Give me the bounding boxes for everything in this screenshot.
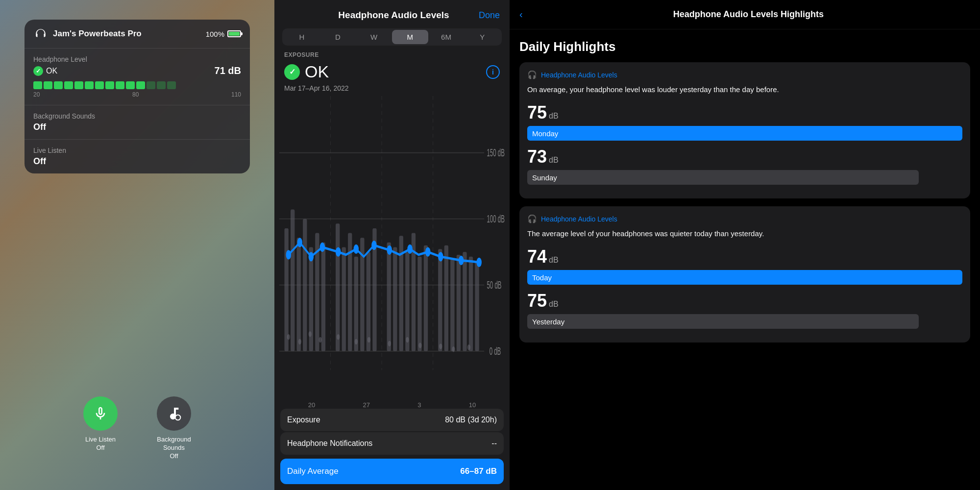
highlight-card-1-description: On average, your headphone level was lou… xyxy=(527,84,962,95)
live-listen-btn-label: Live ListenOff xyxy=(85,436,116,452)
level-bar xyxy=(64,81,73,89)
card2-db2-row: 75 dB xyxy=(527,291,962,311)
svg-rect-34 xyxy=(469,257,473,351)
card1-db2-row: 73 dB xyxy=(527,147,962,167)
svg-point-53 xyxy=(336,247,341,257)
live-listen-value: Off xyxy=(33,156,241,167)
svg-rect-35 xyxy=(475,261,479,351)
svg-point-60 xyxy=(459,256,464,265)
scale-20: 20 xyxy=(33,91,40,98)
exposure-label: EXPOSURE xyxy=(274,51,510,60)
panel-middle: Headphone Audio Levels Done H D W M 6M Y… xyxy=(274,0,510,490)
highlights-section: Daily Highlights 🎧 Headphone Audio Level… xyxy=(510,29,980,343)
stats-section: Exposure 80 dB (3d 20h) Headphone Notifi… xyxy=(274,409,510,490)
svg-point-48 xyxy=(467,344,470,350)
highlight-card-2-title-text: Headphone Audio Levels xyxy=(541,215,617,223)
svg-point-38 xyxy=(309,331,312,337)
tab-Y[interactable]: Y xyxy=(464,30,500,44)
tab-W[interactable]: W xyxy=(356,30,392,44)
background-sounds-btn-label: BackgroundSoundsOff xyxy=(157,436,191,461)
tab-H[interactable]: H xyxy=(284,30,320,44)
level-bar xyxy=(74,81,83,89)
svg-rect-23 xyxy=(393,247,397,351)
daily-avg-row[interactable]: Daily Average 66–87 dB xyxy=(280,459,504,484)
live-listen-button[interactable]: Live ListenOff xyxy=(83,396,118,461)
highlight-card-1-title: 🎧 Headphone Audio Levels xyxy=(527,70,962,79)
highlight-card-1: 🎧 Headphone Audio Levels On average, you… xyxy=(519,62,970,198)
x-label-27: 27 xyxy=(363,401,369,409)
svg-text:150 dB: 150 dB xyxy=(487,147,504,159)
svg-rect-30 xyxy=(444,245,448,351)
svg-rect-32 xyxy=(457,255,461,351)
headphone-notif-label: Headphone Notifications xyxy=(287,439,372,448)
big-ok-circle-icon xyxy=(284,64,300,80)
svg-point-0 xyxy=(175,415,181,420)
svg-rect-22 xyxy=(387,243,391,351)
level-bar xyxy=(157,81,166,89)
battery-fill xyxy=(229,32,240,36)
card1-day2-label: Sunday xyxy=(532,173,557,182)
exposure-status: OK i xyxy=(274,60,510,83)
card2-db2-unit: dB xyxy=(549,300,559,309)
svg-rect-15 xyxy=(336,223,340,351)
svg-rect-20 xyxy=(367,252,370,351)
card2-day1-bar-container: Today xyxy=(527,270,962,285)
background-sounds-section: Background Sounds Off xyxy=(24,105,250,140)
info-icon[interactable]: i xyxy=(486,65,500,79)
x-label-3: 3 xyxy=(417,401,421,409)
svg-rect-16 xyxy=(342,247,346,351)
headphone-level-label: Headphone Level xyxy=(33,55,241,63)
background-sounds-button[interactable]: BackgroundSoundsOff xyxy=(157,396,191,461)
level-bar xyxy=(95,81,104,89)
battery-body xyxy=(227,30,241,37)
ear-icon-1: 🎧 xyxy=(527,70,537,79)
card1-db1-row: 75 dB xyxy=(527,102,962,123)
headphone-notif-value: -- xyxy=(491,439,497,448)
db-value: 71 dB xyxy=(215,65,241,76)
svg-point-41 xyxy=(355,339,358,345)
panel-left: Jam's Powerbeats Pro 100% Headphone Leve… xyxy=(0,0,274,490)
tab-6M[interactable]: 6M xyxy=(428,30,465,44)
ok-badge: OK xyxy=(33,66,57,76)
svg-point-46 xyxy=(439,343,442,349)
svg-rect-10 xyxy=(297,238,301,351)
back-button[interactable]: ‹ xyxy=(519,9,523,20)
background-sounds-value: Off xyxy=(33,122,241,132)
card2-day2-bar-container: Yesterday xyxy=(527,314,962,329)
battery-percent: 100% xyxy=(206,30,224,38)
svg-point-56 xyxy=(387,245,392,255)
svg-rect-31 xyxy=(450,259,454,351)
live-listen-label: Live Listen xyxy=(33,147,241,154)
device-info: Jam's Powerbeats Pro xyxy=(53,29,206,39)
card1-day2-bar-container: Sunday xyxy=(527,170,962,185)
svg-point-52 xyxy=(320,243,325,252)
daily-avg-value: 66–87 dB xyxy=(460,466,497,476)
svg-point-39 xyxy=(319,337,322,343)
highlight-card-1-title-text: Headphone Audio Levels xyxy=(541,71,617,79)
headphone-level-row: OK 71 dB xyxy=(33,65,241,76)
svg-point-59 xyxy=(438,252,443,261)
scale-80: 80 xyxy=(132,91,139,98)
svg-rect-33 xyxy=(463,252,466,351)
scale-110: 110 xyxy=(231,91,241,98)
svg-rect-14 xyxy=(321,243,325,351)
level-bar xyxy=(136,81,145,89)
tab-M[interactable]: M xyxy=(392,30,428,44)
date-range: Mar 17–Apr 16, 2022 xyxy=(274,83,510,96)
card1-day2-bar: Sunday xyxy=(527,170,919,185)
done-button[interactable]: Done xyxy=(479,10,500,21)
level-bars xyxy=(33,81,241,89)
tab-D[interactable]: D xyxy=(320,30,356,44)
level-bar xyxy=(147,81,155,89)
svg-rect-28 xyxy=(424,245,428,351)
card2-db2-value: 75 xyxy=(527,291,547,311)
card2-db1-unit: dB xyxy=(549,256,559,265)
svg-rect-9 xyxy=(291,209,294,351)
svg-point-51 xyxy=(309,252,314,261)
time-tabs: H D W M 6M Y xyxy=(282,28,502,46)
highlight-card-2-description: The average level of your headphones was… xyxy=(527,228,962,239)
ok-circle-icon xyxy=(33,66,43,76)
svg-rect-11 xyxy=(303,219,307,351)
highlight-card-2-title: 🎧 Headphone Audio Levels xyxy=(527,214,962,223)
level-bar xyxy=(85,81,94,89)
